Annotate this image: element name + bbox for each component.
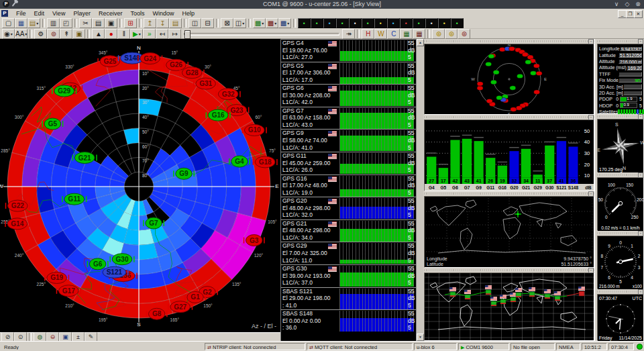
panel-close-icon[interactable]: × <box>588 268 594 273</box>
font-size-button[interactable]: AA▾ <box>15 29 28 39</box>
panel-signal-chart-header[interactable]: × <box>424 115 594 119</box>
mdi-close-icon[interactable]: ✕ <box>634 10 643 18</box>
play-button[interactable]: ▶▾ <box>130 29 143 39</box>
panel-close-icon[interactable]: × <box>638 172 643 178</box>
step-back-button[interactable]: ↤ <box>156 29 168 39</box>
view-window-4-button[interactable]: ▪ <box>336 18 349 28</box>
copy-button[interactable]: ▤ <box>92 18 105 28</box>
toolbox-button[interactable]: ▣ <box>72 29 85 39</box>
paste-button[interactable]: ▣ <box>105 18 117 28</box>
view-window-7-button[interactable]: ▪ <box>374 18 387 28</box>
satellite-row-g7[interactable]: GPS G7El 63.00 Az 158.00L1C/A: 43.055dB5 <box>281 107 417 129</box>
view-window-8-button[interactable]: ▪ <box>387 18 400 28</box>
record-button[interactable]: ● <box>105 29 117 39</box>
panel-close-icon[interactable]: × <box>588 39 594 44</box>
visibility-button[interactable]: ◉▾ <box>2 29 15 39</box>
chart-view-red-button[interactable]: ▩▾ <box>266 18 278 28</box>
view-window-3-button[interactable]: ▪ <box>323 18 336 28</box>
menu-player[interactable]: Player <box>69 10 95 17</box>
menu-edit[interactable]: Edit <box>30 10 49 17</box>
pause-button[interactable]: ‖ <box>117 29 130 39</box>
panel-close-icon[interactable]: × <box>638 231 643 236</box>
panel-compass-header[interactable]: × <box>597 114 644 119</box>
menu-window[interactable]: Window <box>148 10 178 17</box>
tile-vertical-button[interactable]: ⊟ <box>201 18 214 28</box>
satellite-row-g30[interactable]: GPS G30El 39.00 Az 193.00L1C/A: 37.055dB… <box>281 264 417 287</box>
panel-close-icon[interactable]: × <box>588 115 594 120</box>
temperature-hot-button[interactable]: H <box>362 29 374 39</box>
menu-tools[interactable]: Tools <box>126 10 148 17</box>
satellite-row-g21[interactable]: GPS G21El 48.00 Az 298.00L1C/A: 34.055dB… <box>281 219 417 242</box>
panel-close-icon[interactable]: × <box>638 114 643 119</box>
satellite-row-g6[interactable]: GPS G6El 30.00 Az 208.00L1C/A: 42.055dB5 <box>281 84 417 106</box>
new-button[interactable]: ▢ <box>2 18 15 28</box>
tile-horizontal-button[interactable]: ◫ <box>189 18 201 28</box>
close-view-button[interactable]: ⊠ <box>221 18 233 28</box>
satellite-list-scrollbar[interactable]: ▲▼ <box>416 39 423 341</box>
debug-button[interactable]: ⊚ <box>47 29 60 39</box>
minimize-icon[interactable]: ∨ <box>612 0 621 9</box>
temperature-warm-button[interactable]: W <box>374 29 387 39</box>
satellite-row-g4[interactable]: GPS G4El 19.00 Az 76.00L1C/A: 27.055dB5 <box>281 39 417 61</box>
configuration-button[interactable]: ⚙ <box>34 29 47 39</box>
chart-view-green-button[interactable]: ▩▾ <box>253 18 266 28</box>
panel-close-icon[interactable]: × <box>638 289 643 295</box>
satellite-row-g9[interactable]: GPS G9El 58.00 Az 74.00L1C/A: 41.055dB5 <box>281 129 417 151</box>
panel-world-map-header[interactable]: × <box>424 191 594 196</box>
color-grid-button[interactable]: ⊞ <box>124 18 137 28</box>
jump-end-button[interactable]: ↠ <box>342 29 355 39</box>
menu-view[interactable]: View <box>48 10 69 17</box>
panel-altimeter-header[interactable]: × <box>597 231 644 236</box>
panel-clock-header[interactable]: × <box>597 289 644 294</box>
msg-config-button[interactable]: ▦ <box>413 29 425 39</box>
view-window-1-button[interactable]: ▪ <box>298 18 311 28</box>
satellite-list-panel[interactable]: GPS G4El 19.00 Az 76.00L1C/A: 27.055dB5G… <box>280 39 423 341</box>
panel-satellite-map-header[interactable]: × <box>424 268 594 272</box>
satellite-row-g20[interactable]: GPS G20El 48.00 Az 298.00L1C/A: 32.055dB… <box>281 197 417 219</box>
view-window-2-button[interactable]: ▪ <box>311 18 323 28</box>
satellite-row-g16[interactable]: GPS G16El 17.00 Az 48.00L1C/A: 19.055dB5 <box>281 174 417 197</box>
player-position-slider[interactable] <box>184 30 339 38</box>
db-import-button[interactable]: ↧ <box>156 18 169 28</box>
maximize-icon[interactable]: ◇ <box>623 0 632 9</box>
step-forward-button[interactable]: ↦ <box>168 29 181 39</box>
db-open-button[interactable]: ▤ <box>169 18 182 28</box>
panel-close-icon[interactable]: × <box>638 39 643 44</box>
print-button[interactable]: ▥ <box>47 18 60 28</box>
view-window-6-button[interactable]: ▪ <box>362 18 374 28</box>
panel-mini-skyview-header[interactable]: × <box>424 39 594 44</box>
satellite-row-s148[interactable]: SBAS S148El 0.00 Az 0.00: 36.055dB5 <box>281 309 417 332</box>
scroll-up-icon[interactable]: ▲ <box>417 39 424 46</box>
satellite-row-g11[interactable]: GPS G11El 45.00 Az 259.00L1C/A: 26.055dB… <box>281 152 417 174</box>
temperature-cold-button[interactable]: C <box>387 29 400 39</box>
antenna-button[interactable]: ↟ <box>60 29 72 39</box>
view-window-10-button[interactable]: ▪ <box>413 18 425 28</box>
view-window-11-button[interactable]: ▪ <box>425 18 438 28</box>
view-window-13-button[interactable]: ▪ <box>451 18 464 28</box>
eject-button[interactable]: ▲ <box>92 29 105 39</box>
menu-receiver[interactable]: Receiver <box>95 10 127 17</box>
package-2-button[interactable]: ⊛ <box>445 29 458 39</box>
print-preview-button[interactable]: ◰ <box>60 18 72 28</box>
close-icon[interactable]: ⊗ <box>633 0 643 9</box>
panel-close-icon[interactable]: × <box>588 191 594 197</box>
satellite-row-s121[interactable]: SBAS S121El 29.00 Az 198.00: 41.055dB5 <box>281 287 417 309</box>
chart-view-blue-button[interactable]: ▩▾ <box>278 18 291 28</box>
menu-help[interactable]: Help <box>178 10 199 17</box>
satellite-row-g29[interactable]: GPS G29El 7.00 Az 325.00L1C/A: 11.055dB5 <box>281 242 417 264</box>
view-window-5-button[interactable]: ▪ <box>349 18 362 28</box>
msg-view-button[interactable]: ▦ <box>400 29 413 39</box>
view-window-12-button[interactable]: ▪ <box>438 18 451 28</box>
panel-speedometer-header[interactable]: × <box>597 172 644 177</box>
satellite-row-g5[interactable]: GPS G5El 17.00 Az 306.00L1C/A: 17.055dB5 <box>281 62 417 84</box>
package-1-button[interactable]: ⊛ <box>432 29 445 39</box>
panel-data-values-header[interactable]: × <box>597 39 644 44</box>
open-button[interactable]: ▤▾ <box>28 18 40 28</box>
db-export-button[interactable]: ↥ <box>144 18 156 28</box>
menu-file[interactable]: File <box>12 10 30 17</box>
scroll-down-icon[interactable]: ▼ <box>417 334 424 341</box>
sky-view-panel[interactable]: N15°30°45°60°75°E105°120°135°150°165°S19… <box>0 39 280 332</box>
fast-forward-button[interactable]: » <box>143 29 156 39</box>
package-3-button[interactable]: ⊛ <box>458 29 470 39</box>
table-view-button[interactable]: ◫▾ <box>233 18 246 28</box>
